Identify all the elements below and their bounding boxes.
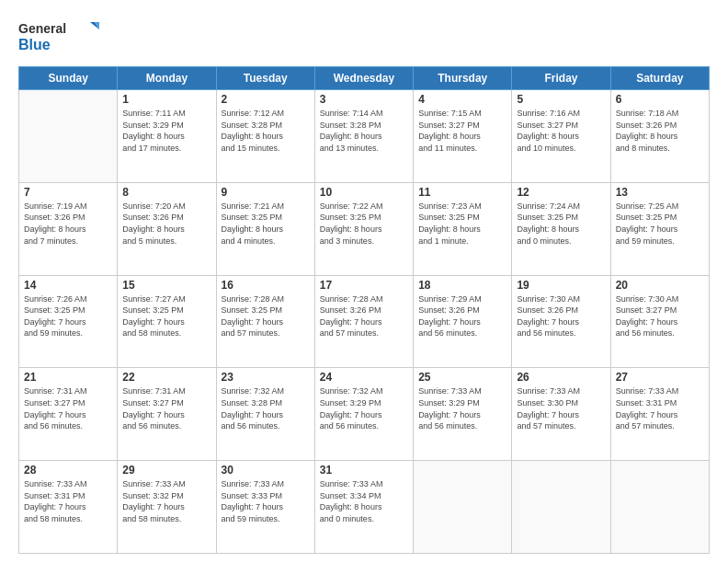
svg-text:General: General	[18, 21, 66, 36]
calendar-cell: 11Sunrise: 7:23 AM Sunset: 3:25 PM Dayli…	[414, 182, 512, 275]
day-number: 12	[517, 186, 605, 199]
calendar-cell: 1Sunrise: 7:11 AM Sunset: 3:29 PM Daylig…	[118, 90, 216, 183]
calendar-cell	[19, 90, 118, 183]
calendar-cell	[414, 461, 512, 554]
calendar-cell: 6Sunrise: 7:18 AM Sunset: 3:26 PM Daylig…	[610, 90, 709, 183]
day-info: Sunrise: 7:30 AM Sunset: 3:26 PM Dayligh…	[517, 293, 605, 339]
weekday-header-sunday: Sunday	[19, 67, 118, 90]
logo-svg: General Blue	[18, 18, 101, 57]
day-info: Sunrise: 7:20 AM Sunset: 3:26 PM Dayligh…	[122, 201, 210, 247]
day-info: Sunrise: 7:16 AM Sunset: 3:27 PM Dayligh…	[517, 108, 605, 154]
day-info: Sunrise: 7:33 AM Sunset: 3:31 PM Dayligh…	[24, 478, 112, 524]
calendar-cell: 12Sunrise: 7:24 AM Sunset: 3:25 PM Dayli…	[512, 182, 610, 275]
calendar-cell: 16Sunrise: 7:28 AM Sunset: 3:25 PM Dayli…	[216, 275, 314, 368]
calendar-cell: 4Sunrise: 7:15 AM Sunset: 3:27 PM Daylig…	[414, 90, 512, 183]
calendar-cell: 17Sunrise: 7:28 AM Sunset: 3:26 PM Dayli…	[314, 275, 413, 368]
day-number: 23	[222, 371, 310, 384]
calendar-cell: 3Sunrise: 7:14 AM Sunset: 3:28 PM Daylig…	[314, 90, 413, 183]
day-number: 10	[320, 186, 408, 199]
day-number: 6	[616, 93, 704, 106]
calendar-cell: 31Sunrise: 7:33 AM Sunset: 3:34 PM Dayli…	[314, 461, 413, 554]
day-info: Sunrise: 7:15 AM Sunset: 3:27 PM Dayligh…	[418, 108, 506, 154]
day-info: Sunrise: 7:11 AM Sunset: 3:29 PM Dayligh…	[122, 108, 210, 154]
day-number: 26	[517, 371, 605, 384]
day-info: Sunrise: 7:27 AM Sunset: 3:25 PM Dayligh…	[122, 293, 210, 339]
day-number: 8	[122, 186, 210, 199]
day-info: Sunrise: 7:25 AM Sunset: 3:25 PM Dayligh…	[616, 201, 704, 247]
day-info: Sunrise: 7:30 AM Sunset: 3:27 PM Dayligh…	[616, 293, 704, 339]
calendar-cell	[610, 461, 709, 554]
calendar-cell: 7Sunrise: 7:19 AM Sunset: 3:26 PM Daylig…	[19, 182, 118, 275]
day-info: Sunrise: 7:12 AM Sunset: 3:28 PM Dayligh…	[222, 108, 310, 154]
weekday-header-thursday: Thursday	[414, 67, 512, 90]
day-number: 3	[320, 93, 408, 106]
day-info: Sunrise: 7:31 AM Sunset: 3:27 PM Dayligh…	[24, 385, 112, 431]
day-info: Sunrise: 7:32 AM Sunset: 3:29 PM Dayligh…	[320, 385, 408, 431]
calendar-table: SundayMondayTuesdayWednesdayThursdayFrid…	[18, 66, 710, 554]
day-info: Sunrise: 7:33 AM Sunset: 3:31 PM Dayligh…	[616, 385, 704, 431]
day-number: 5	[517, 93, 605, 106]
day-number: 4	[418, 93, 506, 106]
day-number: 9	[222, 186, 310, 199]
day-number: 25	[418, 371, 506, 384]
calendar-cell: 30Sunrise: 7:33 AM Sunset: 3:33 PM Dayli…	[216, 461, 314, 554]
svg-text:Blue: Blue	[18, 37, 51, 52]
day-number: 31	[320, 464, 408, 477]
calendar-cell: 8Sunrise: 7:20 AM Sunset: 3:26 PM Daylig…	[118, 182, 216, 275]
day-info: Sunrise: 7:33 AM Sunset: 3:33 PM Dayligh…	[222, 478, 310, 524]
calendar-cell: 27Sunrise: 7:33 AM Sunset: 3:31 PM Dayli…	[610, 368, 709, 461]
calendar-cell: 10Sunrise: 7:22 AM Sunset: 3:25 PM Dayli…	[314, 182, 413, 275]
day-number: 28	[24, 464, 112, 477]
day-number: 2	[222, 93, 310, 106]
day-number: 7	[24, 186, 112, 199]
calendar-cell: 15Sunrise: 7:27 AM Sunset: 3:25 PM Dayli…	[118, 275, 216, 368]
weekday-header-friday: Friday	[512, 67, 610, 90]
day-number: 15	[122, 279, 210, 292]
calendar-cell: 18Sunrise: 7:29 AM Sunset: 3:26 PM Dayli…	[414, 275, 512, 368]
day-info: Sunrise: 7:19 AM Sunset: 3:26 PM Dayligh…	[24, 201, 112, 247]
day-number: 29	[122, 464, 210, 477]
page-header: General Blue	[18, 17, 710, 57]
day-number: 20	[616, 279, 704, 292]
day-info: Sunrise: 7:28 AM Sunset: 3:26 PM Dayligh…	[320, 293, 408, 339]
calendar-cell: 5Sunrise: 7:16 AM Sunset: 3:27 PM Daylig…	[512, 90, 610, 183]
day-number: 14	[24, 279, 112, 292]
day-info: Sunrise: 7:28 AM Sunset: 3:25 PM Dayligh…	[222, 293, 310, 339]
day-info: Sunrise: 7:29 AM Sunset: 3:26 PM Dayligh…	[418, 293, 506, 339]
day-number: 22	[122, 371, 210, 384]
calendar-cell	[512, 461, 610, 554]
weekday-header-wednesday: Wednesday	[314, 67, 413, 90]
calendar-cell: 19Sunrise: 7:30 AM Sunset: 3:26 PM Dayli…	[512, 275, 610, 368]
calendar-cell: 23Sunrise: 7:32 AM Sunset: 3:28 PM Dayli…	[216, 368, 314, 461]
day-info: Sunrise: 7:14 AM Sunset: 3:28 PM Dayligh…	[320, 108, 408, 154]
day-info: Sunrise: 7:18 AM Sunset: 3:26 PM Dayligh…	[616, 108, 704, 154]
day-info: Sunrise: 7:22 AM Sunset: 3:25 PM Dayligh…	[320, 201, 408, 247]
calendar-cell: 26Sunrise: 7:33 AM Sunset: 3:30 PM Dayli…	[512, 368, 610, 461]
day-number: 24	[320, 371, 408, 384]
day-info: Sunrise: 7:33 AM Sunset: 3:29 PM Dayligh…	[418, 385, 506, 431]
day-info: Sunrise: 7:33 AM Sunset: 3:34 PM Dayligh…	[320, 478, 408, 524]
calendar-cell: 9Sunrise: 7:21 AM Sunset: 3:25 PM Daylig…	[216, 182, 314, 275]
calendar-cell: 2Sunrise: 7:12 AM Sunset: 3:28 PM Daylig…	[216, 90, 314, 183]
day-info: Sunrise: 7:31 AM Sunset: 3:27 PM Dayligh…	[122, 385, 210, 431]
calendar-cell: 13Sunrise: 7:25 AM Sunset: 3:25 PM Dayli…	[610, 182, 709, 275]
weekday-header-tuesday: Tuesday	[216, 67, 314, 90]
day-number: 19	[517, 279, 605, 292]
day-number: 13	[616, 186, 704, 199]
day-number: 1	[122, 93, 210, 106]
day-info: Sunrise: 7:23 AM Sunset: 3:25 PM Dayligh…	[418, 201, 506, 247]
day-number: 27	[616, 371, 704, 384]
calendar-cell: 14Sunrise: 7:26 AM Sunset: 3:25 PM Dayli…	[19, 275, 118, 368]
calendar-cell: 21Sunrise: 7:31 AM Sunset: 3:27 PM Dayli…	[19, 368, 118, 461]
day-number: 16	[222, 279, 310, 292]
weekday-header-monday: Monday	[118, 67, 216, 90]
day-info: Sunrise: 7:33 AM Sunset: 3:32 PM Dayligh…	[122, 478, 210, 524]
calendar-cell: 24Sunrise: 7:32 AM Sunset: 3:29 PM Dayli…	[314, 368, 413, 461]
calendar-cell: 29Sunrise: 7:33 AM Sunset: 3:32 PM Dayli…	[118, 461, 216, 554]
day-info: Sunrise: 7:32 AM Sunset: 3:28 PM Dayligh…	[222, 385, 310, 431]
day-number: 30	[222, 464, 310, 477]
weekday-header-saturday: Saturday	[610, 67, 709, 90]
day-number: 11	[418, 186, 506, 199]
day-number: 21	[24, 371, 112, 384]
calendar-cell: 20Sunrise: 7:30 AM Sunset: 3:27 PM Dayli…	[610, 275, 709, 368]
